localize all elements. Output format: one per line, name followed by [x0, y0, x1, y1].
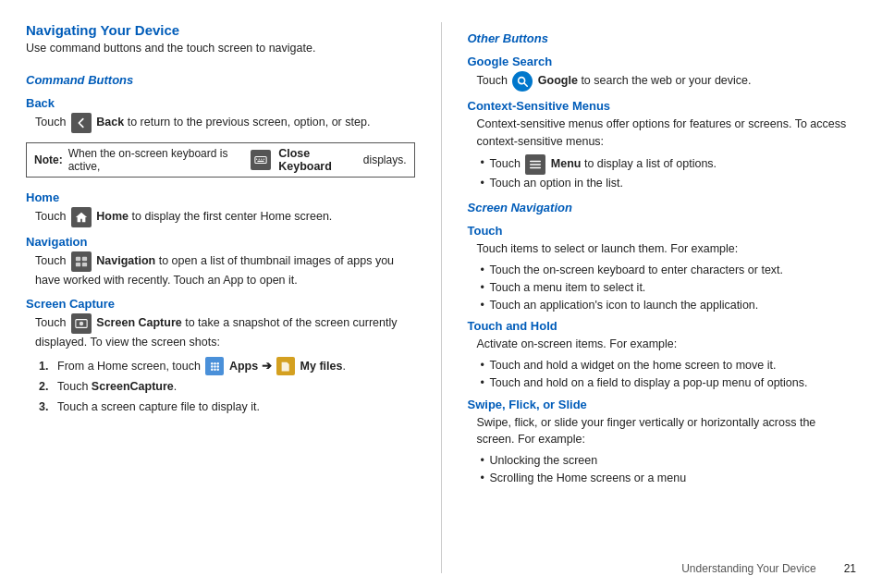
svg-rect-8	[76, 263, 80, 266]
svg-rect-6	[76, 257, 80, 261]
page: Navigating Your Device Use command butto…	[0, 0, 882, 588]
screen-capture-subheading: Screen Capture	[26, 297, 415, 311]
svg-line-22	[524, 83, 528, 87]
screen-capture-body: Touch Screen Capture to take a snapshot …	[26, 313, 415, 351]
menu-icon	[525, 154, 545, 175]
back-subheading: Back	[26, 96, 415, 110]
note-box: Note: When the on-screen keyboard is act…	[26, 142, 415, 178]
back-touch-label: Touch	[35, 116, 66, 129]
svg-rect-0	[255, 157, 266, 164]
sc-bold: Screen Capture	[96, 316, 181, 329]
google-search-subheading: Google Search	[468, 55, 857, 68]
svg-point-14	[216, 362, 218, 364]
step-3-num: 3.	[39, 398, 52, 416]
touch-hold-intro: Activate on-screen items. For example:	[468, 336, 857, 353]
svg-point-12	[211, 362, 213, 364]
apps-icon	[205, 357, 224, 375]
context-bullet-1: Touch Menu to display a list of options.	[481, 154, 857, 175]
step-2-num: 2.	[39, 377, 52, 396]
svg-point-15	[211, 365, 213, 367]
note-label: Note:	[34, 153, 63, 166]
touch-intro: Touch items to select or launch them. Fo…	[468, 240, 857, 258]
navigation-subheading: Navigation	[26, 235, 415, 249]
cb1-bold: Menu	[551, 157, 582, 170]
page-title: Navigating Your Device	[26, 22, 415, 38]
footer: Understanding Your Device 21	[681, 562, 856, 575]
note-suffix: displays.	[363, 153, 407, 166]
step-3: 3. Touch a screen capture file to displa…	[39, 398, 415, 416]
nav-touch-label: Touch	[35, 254, 66, 267]
touch-bullet-3: Touch an application's icon to launch th…	[481, 297, 857, 314]
step-1-text: From a Home screen, touch Apps ➔ My file…	[57, 357, 346, 376]
other-buttons-heading: Other Buttons	[468, 31, 857, 45]
home-body: Touch Home to display the first center H…	[26, 207, 415, 227]
step-2: 2. Touch ScreenCapture.	[39, 377, 415, 396]
svg-point-20	[216, 368, 218, 370]
back-body: Touch Back to return to the previous scr…	[26, 113, 415, 133]
svg-point-18	[211, 368, 213, 370]
context-menus-subheading: Context-Sensitive Menus	[468, 99, 857, 113]
google-search-body: Touch Google to search the web or your d…	[468, 71, 857, 92]
touch-hold-subheading: Touch and Hold	[468, 319, 857, 333]
column-divider	[441, 22, 442, 573]
swipe-intro: Swipe, flick, or slide your finger verti…	[468, 414, 857, 449]
svg-point-11	[80, 322, 83, 325]
back-rest: to return to the previous screen, option…	[128, 116, 371, 129]
svg-rect-9	[82, 263, 87, 266]
nav-bold: Navigation	[96, 254, 155, 267]
home-touch-label: Touch	[35, 210, 66, 223]
context-menus-list: Touch Menu to display a list of options.…	[468, 154, 857, 192]
swipe-bullet-1: Unlocking the screen	[481, 452, 857, 470]
note-text: When the on-screen keyboard is active,	[68, 147, 244, 173]
svg-point-16	[214, 365, 215, 367]
touch-subheading: Touch	[468, 224, 857, 238]
steps-list: 1. From a Home screen, touch Apps ➔ My f…	[26, 357, 415, 419]
svg-point-17	[216, 365, 218, 367]
svg-point-13	[214, 362, 215, 364]
step-1-arrow: ➔	[262, 360, 275, 373]
home-rest: to display the first center Home screen.	[132, 210, 333, 223]
gs-touch-label: Touch	[477, 74, 508, 87]
touch-hold-list: Touch and hold a widget on the home scre…	[468, 357, 857, 392]
step-1-files: My files	[300, 360, 343, 373]
command-buttons-heading: Command Buttons	[26, 73, 415, 87]
step-1-num: 1.	[39, 357, 52, 375]
gs-rest: to search the web or your device.	[581, 74, 751, 87]
subtitle: Use command buttons and the touch screen…	[26, 42, 415, 55]
step-2-text: Touch ScreenCapture.	[57, 377, 177, 396]
home-icon	[71, 207, 92, 227]
context-menus-intro: Context-sensitive menus offer options fo…	[468, 116, 857, 151]
step-1-apps: Apps	[229, 360, 258, 373]
page-number: 21	[844, 562, 856, 575]
step-2-bold: ScreenCapture	[92, 380, 174, 393]
cb1-post: to display a list of options.	[584, 157, 717, 170]
keyboard-icon	[251, 150, 271, 170]
screen-nav-heading: Screen Navigation	[468, 201, 857, 214]
footer-label: Understanding Your Device	[681, 562, 815, 575]
swipe-bullet-2: Scrolling the Home screens or a menu	[481, 470, 857, 487]
swipe-subheading: Swipe, Flick, or Slide	[468, 398, 857, 411]
context-bullet-2: Touch an option in the list.	[481, 175, 857, 192]
screen-capture-icon	[71, 313, 92, 334]
touch-bullet-2: Touch a menu item to select it.	[481, 279, 857, 297]
left-column: Navigating Your Device Use command butto…	[26, 22, 415, 573]
step-3-text: Touch a screen capture file to display i…	[57, 398, 260, 416]
swipe-list: Unlocking the screen Scrolling the Home …	[468, 452, 857, 487]
back-icon	[71, 113, 92, 133]
navigation-icon	[71, 251, 92, 272]
svg-point-19	[214, 368, 215, 370]
home-bold: Home	[96, 210, 129, 223]
files-icon	[276, 357, 295, 375]
gs-bold: Google	[538, 74, 578, 87]
touch-bullet-1: Touch the on-screen keyboard to enter ch…	[481, 262, 857, 279]
note-bold: Close Keyboard	[278, 147, 358, 173]
back-bold: Back	[96, 116, 124, 129]
google-search-icon	[512, 71, 533, 92]
th-bullet-2: Touch and hold on a field to display a p…	[481, 374, 857, 392]
step-1: 1. From a Home screen, touch Apps ➔ My f…	[39, 357, 415, 376]
right-column: Other Buttons Google Search Touch Google…	[468, 22, 857, 573]
svg-rect-7	[82, 257, 87, 261]
th-bullet-1: Touch and hold a widget on the home scre…	[481, 357, 857, 374]
navigation-body: Touch Navigation to open a list of thumb…	[26, 251, 415, 289]
home-subheading: Home	[26, 190, 415, 204]
